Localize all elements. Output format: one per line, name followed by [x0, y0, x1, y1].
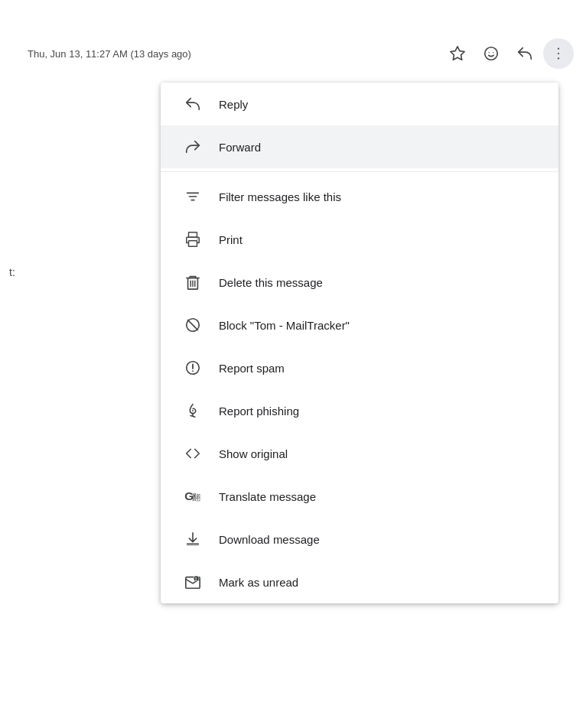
svg-point-3	[493, 52, 493, 53]
menu-item-reply[interactable]: Reply	[161, 83, 558, 125]
context-menu: Reply Forward Filter messages like this	[161, 83, 558, 603]
header-bar: Thu, Jun 13, 11:27 AM (13 days ago)	[0, 31, 586, 76]
menu-label-unread: Mark as unread	[219, 576, 298, 589]
svg-point-2	[489, 52, 490, 53]
menu-item-spam[interactable]: Report spam	[161, 346, 558, 389]
reply-header-button[interactable]	[509, 38, 540, 69]
menu-label-spam: Report spam	[219, 362, 285, 375]
emoji-button[interactable]	[476, 38, 506, 69]
svg-text:!: !	[195, 577, 197, 582]
menu-label-phishing: Report phishing	[219, 405, 299, 418]
svg-point-6	[558, 57, 559, 59]
menu-label-reply: Reply	[219, 98, 248, 111]
menu-item-filter[interactable]: Filter messages like this	[161, 175, 558, 218]
emoji-icon	[483, 45, 500, 62]
show-original-icon	[179, 440, 207, 467]
unread-icon: !	[179, 568, 207, 596]
download-icon	[179, 525, 207, 553]
menu-item-delete[interactable]: Delete this message	[161, 261, 558, 304]
more-button[interactable]	[543, 38, 574, 69]
star-button[interactable]	[442, 38, 473, 69]
menu-label-delete: Delete this message	[219, 276, 323, 289]
menu-item-phishing[interactable]: Report phishing	[161, 389, 558, 432]
spam-icon	[179, 354, 207, 382]
svg-rect-11	[189, 241, 197, 246]
svg-text:翻: 翻	[192, 492, 200, 502]
svg-point-4	[558, 47, 559, 49]
menu-label-block: Block "Tom - MailTracker"	[219, 319, 350, 332]
menu-item-unread[interactable]: ! Mark as unread	[161, 561, 558, 603]
reply-header-icon	[516, 45, 533, 62]
phishing-icon	[179, 397, 207, 424]
forward-icon	[179, 133, 207, 161]
menu-item-download[interactable]: Download message	[161, 518, 558, 561]
more-vert-icon	[550, 45, 567, 62]
print-icon	[179, 226, 207, 253]
menu-label-original: Show original	[219, 447, 288, 460]
menu-item-translate[interactable]: G 翻 Translate message	[161, 475, 558, 518]
block-icon	[179, 311, 207, 339]
reply-icon	[179, 90, 207, 118]
svg-point-5	[558, 53, 559, 54]
menu-item-print[interactable]: Print	[161, 218, 558, 261]
svg-point-22	[192, 410, 194, 411]
delete-icon	[179, 268, 207, 296]
menu-item-block[interactable]: Block "Tom - MailTracker"	[161, 304, 558, 346]
left-label: t:	[0, 260, 24, 284]
menu-item-forward[interactable]: Forward	[161, 125, 558, 168]
svg-marker-0	[451, 47, 464, 60]
menu-label-download: Download message	[219, 533, 320, 546]
svg-point-1	[485, 47, 498, 60]
translate-icon: G 翻	[179, 483, 207, 510]
menu-divider-1	[161, 171, 558, 172]
svg-rect-10	[189, 232, 197, 237]
svg-point-12	[197, 239, 197, 239]
star-icon	[449, 45, 466, 62]
header-icons	[442, 38, 574, 69]
menu-label-translate: Translate message	[219, 490, 316, 503]
menu-label-forward: Forward	[219, 141, 261, 154]
menu-item-original[interactable]: Show original	[161, 432, 558, 475]
menu-label-filter: Filter messages like this	[219, 190, 341, 203]
svg-point-21	[192, 370, 194, 372]
filter-icon	[179, 183, 207, 210]
svg-line-18	[188, 320, 198, 330]
email-date: Thu, Jun 13, 11:27 AM (13 days ago)	[28, 48, 442, 60]
menu-label-print: Print	[219, 233, 243, 246]
